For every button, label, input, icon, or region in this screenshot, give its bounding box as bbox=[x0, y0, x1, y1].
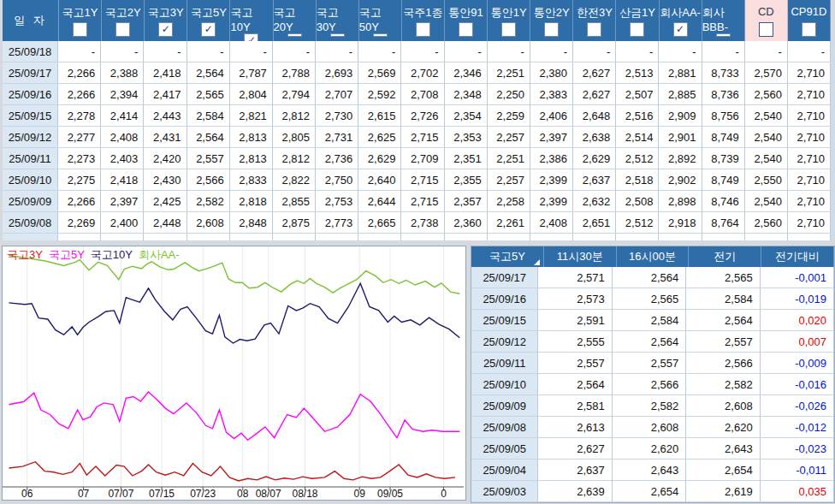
grid-cell[interactable]: 2,833 bbox=[230, 169, 273, 191]
grid-cell[interactable]: 2,715 bbox=[401, 191, 444, 212]
grid-cell[interactable]: 2,418 bbox=[144, 62, 187, 84]
column-header-13[interactable]: 산금1Y bbox=[616, 0, 659, 41]
grid-cell[interactable]: 2,346 bbox=[445, 62, 488, 84]
grid-cell[interactable]: 2,431 bbox=[144, 127, 187, 148]
grid-cell[interactable]: 2,516 bbox=[616, 105, 659, 127]
grid-cell[interactable]: 2,730 bbox=[316, 105, 358, 127]
detail-header-3[interactable]: 전기 bbox=[689, 246, 761, 267]
column-checkbox-7[interactable] bbox=[373, 33, 388, 37]
grid-cell[interactable]: 2,644 bbox=[358, 191, 401, 212]
grid-cell[interactable]: 2,266 bbox=[58, 84, 101, 105]
grid-cell[interactable]: 2,710 bbox=[788, 169, 831, 191]
grid-cell[interactable]: 2,881 bbox=[659, 62, 702, 84]
grid-cell[interactable]: 2,348 bbox=[445, 84, 488, 105]
column-checkbox-5[interactable] bbox=[287, 33, 302, 37]
grid-cell[interactable]: 2,651 bbox=[573, 212, 616, 234]
grid-cell[interactable]: 2,710 bbox=[788, 212, 831, 234]
grid-cell[interactable]: 2,812 bbox=[273, 148, 316, 169]
detail-cell-1600[interactable]: 2,584 bbox=[613, 310, 686, 331]
date-column-header[interactable]: 일 자 bbox=[3, 0, 59, 41]
grid-cell[interactable]: 2,388 bbox=[101, 62, 144, 84]
detail-cell-1600[interactable]: 2,564 bbox=[613, 267, 686, 288]
detail-cell-prev[interactable]: 2,565 bbox=[686, 267, 760, 288]
grid-cell[interactable]: - bbox=[788, 41, 831, 62]
detail-cell-prev[interactable]: 2,566 bbox=[686, 353, 760, 374]
detail-cell-change[interactable]: -0,009 bbox=[761, 353, 834, 374]
grid-cell[interactable]: 2,383 bbox=[530, 84, 573, 105]
detail-cell-prev[interactable]: 2,654 bbox=[686, 460, 760, 481]
detail-cell-1130[interactable]: 2,571 bbox=[538, 267, 612, 288]
grid-cell[interactable]: 2,258 bbox=[488, 191, 530, 212]
detail-cell-1130[interactable]: 2,591 bbox=[538, 310, 612, 331]
grid-cell[interactable]: 2,710 bbox=[788, 62, 831, 84]
grid-cell[interactable]: 2,513 bbox=[616, 62, 659, 84]
column-header-16[interactable]: CD bbox=[745, 0, 788, 41]
grid-cell[interactable]: 2,726 bbox=[401, 105, 444, 127]
detail-cell-change[interactable]: 0,020 bbox=[761, 310, 834, 331]
grid-cell[interactable]: 2,731 bbox=[316, 127, 358, 148]
grid-cell[interactable]: 2,787 bbox=[230, 62, 273, 84]
grid-cell[interactable]: - bbox=[573, 41, 616, 62]
grid-cell[interactable]: 2,632 bbox=[573, 191, 616, 212]
grid-cell[interactable]: 2,750 bbox=[316, 169, 358, 191]
column-checkbox-16[interactable] bbox=[759, 22, 773, 37]
legend-item-0[interactable]: 국고3Y bbox=[7, 247, 43, 263]
grid-cell[interactable]: 2,710 bbox=[788, 191, 831, 212]
grid-cell[interactable]: 2,259 bbox=[488, 105, 530, 127]
grid-cell[interactable]: 2,637 bbox=[573, 169, 616, 191]
grid-cell[interactable]: 2,715 bbox=[401, 127, 444, 148]
detail-cell-1130[interactable]: 2,555 bbox=[538, 331, 612, 353]
grid-cell[interactable]: 2,540 bbox=[745, 127, 788, 148]
detail-cell-prev[interactable]: 2,582 bbox=[686, 374, 760, 395]
column-header-14[interactable]: 회사AA-✓ bbox=[660, 0, 702, 41]
grid-cell[interactable]: 2,560 bbox=[745, 84, 788, 105]
grid-cell[interactable]: 2,353 bbox=[445, 127, 488, 148]
grid-cell[interactable]: - bbox=[273, 41, 316, 62]
grid-cell[interactable]: 2,278 bbox=[58, 105, 101, 127]
grid-cell[interactable]: 2,715 bbox=[401, 169, 444, 191]
column-header-7[interactable]: 국고50Y bbox=[359, 0, 402, 41]
grid-cell[interactable]: - bbox=[702, 41, 745, 62]
grid-cell[interactable]: - bbox=[230, 41, 273, 62]
grid-cell[interactable]: 2,512 bbox=[616, 212, 659, 234]
grid-cell[interactable]: 8,749 bbox=[702, 127, 745, 148]
detail-cell-1130[interactable]: 2,557 bbox=[538, 353, 612, 374]
grid-cell[interactable]: 2,355 bbox=[445, 169, 488, 191]
grid-cell[interactable]: 2,564 bbox=[187, 127, 230, 148]
grid-cell[interactable]: 2,557 bbox=[187, 148, 230, 169]
detail-cell-1130[interactable]: 2,573 bbox=[538, 288, 612, 310]
column-header-11[interactable]: 통안2Y bbox=[530, 0, 573, 41]
grid-cell[interactable]: 2,710 bbox=[788, 148, 831, 169]
grid-cell[interactable]: 2,736 bbox=[316, 148, 358, 169]
grid-cell[interactable]: 2,909 bbox=[659, 105, 702, 127]
detail-cell-prev[interactable]: 2,584 bbox=[686, 288, 760, 310]
grid-cell[interactable]: 2,425 bbox=[144, 191, 187, 212]
grid-cell[interactable]: 2,848 bbox=[230, 212, 273, 234]
column-checkbox-2[interactable]: ✓ bbox=[158, 22, 173, 37]
column-checkbox-6[interactable] bbox=[330, 33, 345, 37]
legend-item-1[interactable]: 국고5Y bbox=[49, 247, 85, 263]
detail-header-4[interactable]: 전기대비 bbox=[761, 246, 834, 267]
column-header-4[interactable]: 국고10Y✓ bbox=[230, 0, 273, 41]
column-header-8[interactable]: 국주1종 bbox=[402, 0, 445, 41]
grid-cell[interactable]: 2,380 bbox=[530, 62, 573, 84]
detail-cell-1600[interactable]: 2,608 bbox=[613, 417, 686, 438]
grid-cell[interactable]: 2,430 bbox=[144, 169, 187, 191]
grid-cell[interactable]: - bbox=[187, 41, 230, 62]
detail-cell-1130[interactable]: 2,613 bbox=[538, 417, 612, 438]
column-header-15[interactable]: 회사BBB- bbox=[702, 0, 745, 41]
grid-cell[interactable]: 2,443 bbox=[144, 105, 187, 127]
column-header-0[interactable]: 국고1Y bbox=[59, 0, 102, 41]
detail-cell-prev[interactable]: 2,619 bbox=[686, 481, 760, 502]
detail-cell-1600[interactable]: 2,565 bbox=[613, 288, 686, 310]
grid-cell[interactable]: 2,275 bbox=[58, 169, 101, 191]
grid-cell[interactable]: 2,665 bbox=[358, 212, 401, 234]
detail-cell-change[interactable]: 0,035 bbox=[761, 481, 834, 502]
detail-cell-1130[interactable]: 2,627 bbox=[538, 438, 612, 460]
grid-cell[interactable]: 2,408 bbox=[530, 212, 573, 234]
grid-cell[interactable]: 2,251 bbox=[488, 148, 530, 169]
detail-cell-1130[interactable]: 2,581 bbox=[538, 395, 612, 417]
grid-cell[interactable]: 2,507 bbox=[616, 84, 659, 105]
grid-cell[interactable]: 2,709 bbox=[401, 148, 444, 169]
detail-cell-prev[interactable]: 2,557 bbox=[686, 331, 760, 353]
